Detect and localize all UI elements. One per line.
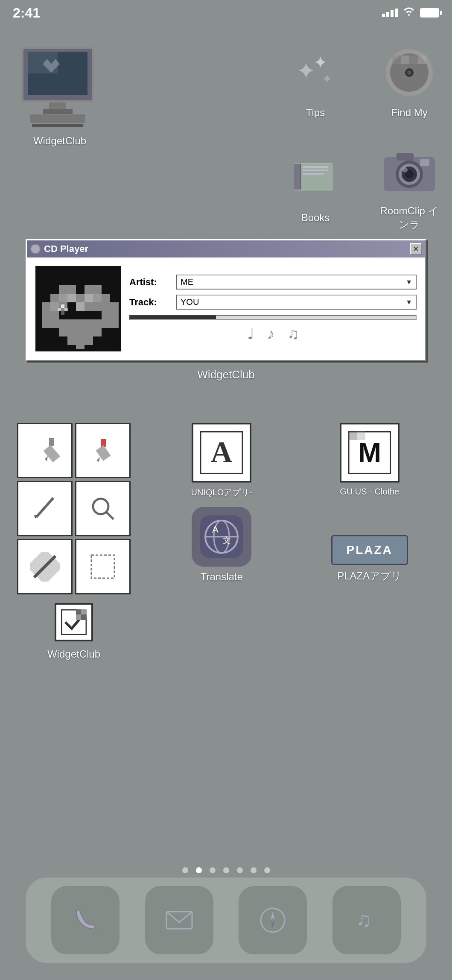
cd-player-widget: CD Player ✕ bbox=[26, 239, 426, 381]
svg-rect-42 bbox=[102, 294, 110, 302]
gu-label: GU US - Clothe bbox=[340, 487, 399, 497]
gu-app[interactable]: M GU US - Clothe bbox=[335, 423, 404, 498]
svg-rect-38 bbox=[67, 285, 76, 294]
svg-rect-59 bbox=[42, 319, 50, 328]
svg-rect-48 bbox=[85, 294, 93, 302]
uniqlo-app[interactable]: A UNIQLOアプリ- bbox=[187, 423, 256, 498]
dock-music[interactable]: ♫ bbox=[332, 886, 401, 954]
plaza-app[interactable]: PLAZA PLAZAアプリ bbox=[335, 535, 404, 583]
status-time: 2:41 bbox=[13, 5, 40, 21]
svg-rect-39 bbox=[76, 294, 85, 302]
svg-point-15 bbox=[407, 70, 411, 75]
svg-rect-64 bbox=[76, 345, 85, 349]
widget-cell-search bbox=[75, 481, 131, 536]
svg-rect-49 bbox=[93, 294, 102, 302]
top-right-apps: ✦ ✦ ✦ Tips bbox=[281, 43, 443, 231]
cd-artist-dropdown: ▼ bbox=[405, 278, 412, 286]
svg-rect-65 bbox=[61, 304, 64, 308]
cd-album-art bbox=[35, 266, 121, 351]
plaza-icon-inner: PLAZA bbox=[331, 535, 408, 565]
widget-cell-pencil2 bbox=[75, 423, 131, 478]
uniqlo-icon: A bbox=[192, 423, 251, 483]
svg-rect-56 bbox=[93, 302, 102, 311]
translate-app[interactable]: A 文 Translate bbox=[187, 507, 256, 583]
books-app[interactable]: Books bbox=[281, 148, 350, 224]
cd-play-button[interactable]: ♪ bbox=[267, 325, 275, 343]
svg-rect-28 bbox=[397, 153, 414, 161]
cd-next-button[interactable]: ♫ bbox=[288, 325, 299, 343]
cd-prev-button[interactable]: ♩ bbox=[247, 325, 254, 343]
svg-rect-25 bbox=[303, 170, 328, 171]
svg-rect-68 bbox=[61, 311, 64, 315]
svg-rect-73 bbox=[96, 445, 111, 461]
svg-rect-57 bbox=[102, 311, 110, 319]
svg-rect-66 bbox=[58, 308, 61, 311]
plaza-label: PLAZAアプリ bbox=[337, 569, 402, 583]
widgetclub-grid-app[interactable]: WidgetClub bbox=[17, 423, 131, 660]
tips-app[interactable]: ✦ ✦ ✦ Tips bbox=[281, 43, 350, 119]
plaza-icon: PLAZA bbox=[331, 535, 408, 565]
dock-compass[interactable] bbox=[239, 886, 307, 954]
svg-rect-6 bbox=[43, 109, 73, 114]
widget-grid-icon bbox=[17, 423, 131, 594]
findmy-app[interactable]: Find My bbox=[375, 43, 443, 119]
page-dot-5[interactable] bbox=[251, 867, 257, 873]
svg-point-77 bbox=[93, 499, 108, 514]
svg-point-106 bbox=[271, 919, 274, 922]
books-icon bbox=[286, 148, 345, 208]
svg-rect-95 bbox=[357, 431, 365, 440]
svg-rect-52 bbox=[42, 311, 50, 319]
right-icons-area: A UNIQLOアプリ- M bbox=[148, 423, 435, 583]
gu-icon: M bbox=[340, 423, 400, 483]
svg-line-78 bbox=[107, 512, 114, 519]
svg-text:A: A bbox=[211, 436, 233, 468]
svg-text:M: M bbox=[358, 437, 381, 468]
books-label: Books bbox=[301, 212, 330, 224]
roomclip-label: RoomClip インラ bbox=[375, 204, 443, 231]
roomclip-app[interactable]: RoomClip インラ bbox=[375, 140, 443, 231]
widget-cell-diagonal bbox=[17, 539, 73, 594]
widgetclub-computer-label: WidgetClub bbox=[33, 135, 86, 147]
svg-text:✦: ✦ bbox=[322, 72, 332, 86]
svg-rect-51 bbox=[110, 302, 119, 311]
widgetclub-computer-app[interactable]: WidgetClub bbox=[13, 43, 107, 147]
svg-rect-46 bbox=[67, 294, 76, 302]
svg-rect-84 bbox=[76, 609, 81, 614]
svg-point-34 bbox=[402, 167, 408, 173]
svg-rect-17 bbox=[401, 56, 409, 64]
cd-player-window: CD Player ✕ bbox=[26, 239, 426, 361]
page-dot-1[interactable] bbox=[196, 867, 202, 873]
cd-track-value[interactable]: YOU ▼ bbox=[176, 295, 417, 310]
svg-rect-94 bbox=[348, 431, 357, 440]
page-dot-4[interactable] bbox=[237, 867, 243, 873]
svg-rect-86 bbox=[76, 614, 81, 620]
page-dot-6[interactable] bbox=[264, 867, 270, 873]
svg-rect-60 bbox=[110, 319, 119, 328]
translate-label: Translate bbox=[201, 571, 243, 583]
svg-rect-63 bbox=[67, 336, 93, 345]
cd-track-field: Track: YOU ▼ bbox=[129, 295, 417, 310]
svg-rect-43 bbox=[42, 302, 50, 311]
svg-rect-81 bbox=[91, 555, 114, 578]
page-dot-2[interactable] bbox=[210, 867, 216, 873]
dock-mail[interactable] bbox=[145, 886, 213, 954]
page-dot-0[interactable] bbox=[182, 867, 188, 873]
uniqlo-label: UNIQLOアプリ- bbox=[191, 487, 252, 498]
cd-info-panel: Artist: ME ▼ Track: YOU ▼ bbox=[129, 275, 417, 343]
widget-cell-tool3 bbox=[17, 481, 73, 536]
page-dot-3[interactable] bbox=[223, 867, 229, 873]
widget-cell-dotted bbox=[75, 539, 131, 594]
cd-artist-value[interactable]: ME ▼ bbox=[176, 275, 417, 290]
svg-rect-37 bbox=[59, 285, 67, 294]
cd-track-label: Track: bbox=[129, 297, 172, 308]
svg-marker-74 bbox=[96, 457, 100, 462]
dock-phone[interactable] bbox=[51, 886, 120, 954]
svg-rect-62 bbox=[59, 328, 102, 336]
translate-plaza-row: A 文 Translate PLAZA PLAZAアプリ bbox=[156, 507, 435, 583]
cd-track-dropdown: ▼ bbox=[405, 298, 412, 306]
cd-progress-bar[interactable] bbox=[129, 315, 417, 320]
cd-player-title-bar: CD Player bbox=[30, 243, 88, 255]
widgetclub-checkmark-row bbox=[55, 603, 93, 641]
status-icons bbox=[382, 6, 439, 19]
cd-close-button[interactable]: ✕ bbox=[410, 243, 422, 255]
